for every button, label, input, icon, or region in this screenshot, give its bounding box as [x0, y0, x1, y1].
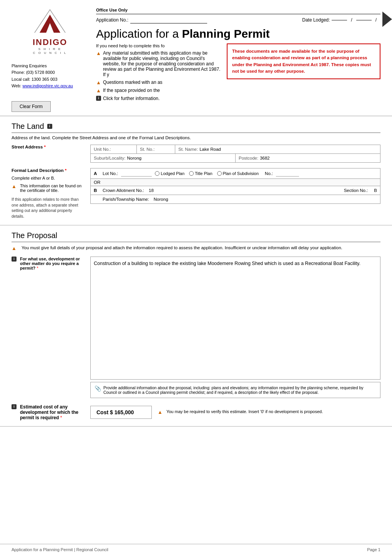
- street-address-label-text: Street Address: [12, 145, 43, 149]
- date-slash-1: /: [351, 17, 352, 23]
- formal-desc-area: Formal Land Description * Complete eithe…: [12, 168, 380, 219]
- st-name-cell: St. Name: Lake Road: [175, 145, 380, 153]
- logo-shire: S H I R E: [33, 47, 67, 51]
- for-permit-label-row: i For what use, development or other mat…: [12, 257, 83, 270]
- street-address-label: Street Address *: [12, 145, 83, 149]
- unit-no-cell: Unit No.:: [91, 145, 137, 153]
- page-title-row: Application for a Planning Permit: [96, 27, 380, 40]
- warning-icon-1: ▲: [96, 50, 101, 56]
- additional-info-text: Provide additional information about the…: [103, 385, 376, 395]
- plan-sub-option[interactable]: Plan of Subdivision: [217, 171, 259, 176]
- title-plan-radio[interactable]: [189, 171, 194, 176]
- land-info-icon[interactable]: i: [47, 124, 52, 129]
- indigo-logo-svg: [33, 8, 67, 35]
- clear-form-button[interactable]: Clear Form: [12, 101, 51, 112]
- plan-no-field[interactable]: [276, 170, 299, 177]
- cost-label-row: i Estimated cost of any development for …: [12, 404, 83, 420]
- info-icon-permit[interactable]: i: [12, 257, 17, 262]
- parish-label: Parish/Township Name:: [103, 197, 149, 202]
- formal-right: A Lot No.: Lodged Plan Title Plan: [90, 168, 380, 219]
- footer: Application for a Planning Permit | Regi…: [0, 544, 392, 555]
- app-date-row: Application No.: Date Lodged: / /: [96, 17, 380, 23]
- unit-no-label: Unit No.:: [94, 147, 111, 152]
- street-row-2: Suburb/Locality: Norong Postcode: 3682: [91, 154, 380, 162]
- info-icon-cost[interactable]: i: [12, 404, 17, 409]
- phone: Phone: (03) 5728 8000: [12, 69, 88, 76]
- section-no-label: Section No.:: [344, 188, 371, 193]
- arrow-decoration: [382, 12, 392, 27]
- logo-indigo: INDIGO: [33, 37, 67, 47]
- date-field-1[interactable]: [332, 20, 347, 20]
- app-no-field[interactable]: [130, 17, 207, 23]
- st-name-label: St. Name:: [178, 147, 198, 152]
- proposal-warning-text: You must give full details of your propo…: [22, 245, 342, 250]
- cost-left: i Estimated cost of any development for …: [12, 404, 83, 420]
- the-land-title-text: The Land: [12, 122, 44, 131]
- plan-sub-radio[interactable]: [217, 171, 222, 176]
- no-label: No.:: [265, 171, 273, 176]
- for-permit-label: For what use, development or other matte…: [20, 257, 83, 270]
- proposal-left: i For what use, development or other mat…: [12, 257, 83, 398]
- formal-row-a: A Lot No.: Lodged Plan Title Plan: [91, 168, 380, 179]
- permit-textarea[interactable]: Construction of a building to replace th…: [90, 257, 380, 380]
- formal-info-note: ▲ This information can be found on the c…: [12, 183, 83, 193]
- the-land-title: The Land i: [12, 122, 380, 133]
- suburb-cell: Suburb/Locality: Norong: [91, 154, 236, 162]
- instruction-2: ▲ Questions marked with an as: [96, 80, 221, 85]
- date-field-2[interactable]: [356, 20, 372, 20]
- required-star-permit: *: [35, 266, 38, 270]
- proposal-title: The Proposal: [12, 231, 380, 242]
- instruction-text-1: Any material submitted with this applica…: [103, 50, 221, 77]
- lodged-plan-label: Lodged Plan: [161, 171, 184, 176]
- warning-icon-2: ▲: [96, 80, 101, 85]
- page-title: Application for a Planning Permit: [96, 27, 380, 40]
- lodged-plan-radio[interactable]: [155, 171, 159, 176]
- land-body: Street Address * Unit No.: St. No.:: [12, 145, 380, 163]
- formal-desc-note: Complete either A or B.: [12, 176, 83, 180]
- date-lodged-label: Date Lodged:: [302, 17, 330, 23]
- help-instructions: If you need help to complete this fo ▲ A…: [96, 43, 221, 102]
- suburb-value: Norong: [127, 156, 141, 160]
- instruction-text-4: Click for further information.: [103, 96, 159, 101]
- additional-info-box: 📎 Provide additional information about t…: [90, 382, 380, 398]
- lodged-plan-option[interactable]: Lodged Plan: [155, 171, 184, 176]
- cost-field-box[interactable]: Cost $ 165,000: [90, 406, 152, 419]
- street-grid: Unit No.: St. No.: St. Name: Lake Road: [90, 145, 380, 163]
- footer-right: Page 1: [367, 547, 380, 552]
- cost-label: Estimated cost of any development for wh…: [20, 404, 83, 420]
- crown-allotment-value: 18: [149, 188, 154, 193]
- date-slash-2: /: [375, 17, 377, 23]
- cost-note: ▲ You may be required to verify this est…: [158, 409, 323, 415]
- formal-row-b2: Parish/Township Name: Norong: [91, 195, 380, 203]
- instruction-3: ▲ If the space provided on the: [96, 88, 221, 93]
- title-part1: Application for a: [96, 27, 182, 40]
- warning-icon-3: ▲: [96, 88, 101, 93]
- cost-right: Cost $ 165,000 ▲ You may be required to …: [90, 404, 380, 420]
- title-part2: Planning Permit: [182, 27, 269, 40]
- paperclip-icon: 📎: [95, 385, 101, 392]
- logo-text: INDIGO S H I R E C O U N C I L: [33, 37, 67, 55]
- notice-box: These documents are made available for t…: [227, 43, 380, 79]
- logo-contact-area: INDIGO S H I R E C O U N C I L Planning …: [12, 8, 88, 112]
- formal-grid: A Lot No.: Lodged Plan Title Plan: [90, 168, 380, 204]
- for-permit-strong: For what use, development or other matte…: [20, 257, 80, 270]
- formal-left: Formal Land Description * Complete eithe…: [12, 168, 83, 219]
- title-plan-option[interactable]: Title Plan: [189, 171, 212, 176]
- parish-value: Norong: [154, 197, 168, 202]
- postcode-label: Postcode:: [239, 156, 258, 160]
- warning-icon-cost: ▲: [158, 409, 163, 415]
- land-right: Unit No.: St. No.: St. Name: Lake Road: [90, 145, 380, 163]
- or-row: OR: [91, 179, 380, 186]
- lot-no-label: Lot No.:: [103, 171, 118, 176]
- land-left: Street Address *: [12, 145, 83, 163]
- local-call: Local call: 1300 365 003: [12, 76, 88, 83]
- website-link[interactable]: www.indigoshire.vic.gov.au: [23, 83, 73, 88]
- the-land-section: The Land i Address of the land. Complete…: [0, 116, 392, 225]
- instruction-1: ▲ Any material submitted with this appli…: [96, 50, 221, 77]
- proposal-content: i For what use, development or other mat…: [12, 257, 380, 398]
- cost-label-strong: Estimated cost of any development for wh…: [20, 404, 78, 420]
- lot-no-field[interactable]: [121, 170, 152, 177]
- row-b-letter: B: [94, 188, 100, 193]
- logo: INDIGO S H I R E C O U N C I L: [12, 8, 88, 55]
- proposal-right: Construction of a building to replace th…: [90, 257, 380, 398]
